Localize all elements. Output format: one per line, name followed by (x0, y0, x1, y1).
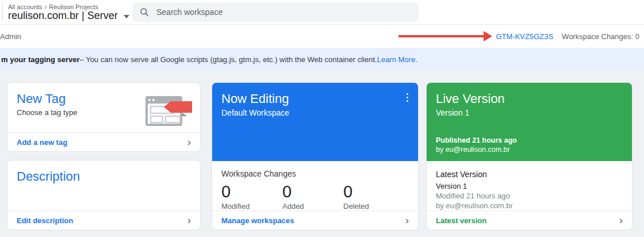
now-editing-card: Now Editing Default Workspace Workspace … (212, 82, 419, 230)
stat-modified-label: Modified (221, 202, 282, 211)
now-editing-subtitle: Default Workspace (221, 108, 289, 117)
tab-bar-right: GTM-KVZ5GZ3S Workspace Changes: 0 (398, 25, 639, 48)
add-new-tag-label: Add a new tag (17, 138, 67, 147)
stat-modified-value: 0 (221, 182, 282, 201)
latest-version-by: by eu@reulison.com.br (436, 201, 623, 211)
latest-version-modified: Modified 21 hours ago (436, 192, 623, 201)
top-header: All accounts › Reulison Projects reuliso… (0, 0, 644, 25)
header-left-divider (2, 3, 3, 21)
workspace-changes-stats: 0 Modified 0 Added 0 Deleted (221, 182, 409, 211)
now-editing-header: Now Editing Default Workspace (212, 83, 418, 161)
now-editing-titles: Now Editing Default Workspace (221, 91, 289, 117)
search-box[interactable] (132, 2, 419, 22)
description-card: Description Edit description › (7, 160, 201, 230)
manage-workspaces-label: Manage workspaces (221, 216, 294, 225)
caret-down-icon (124, 15, 129, 18)
kebab-menu-icon[interactable] (405, 91, 410, 104)
container-switcher[interactable]: reulison.com.br | Server (8, 10, 129, 22)
tab-admin[interactable]: Admin (0, 25, 21, 48)
published-info: Published 21 hours ago by eu@reulison.co… (436, 136, 624, 154)
latest-version-heading: Latest Version (436, 169, 623, 180)
learn-more-link[interactable]: Learn More. (377, 55, 417, 64)
search-icon (139, 7, 150, 17)
manage-workspaces-button[interactable]: Manage workspaces › (212, 211, 418, 230)
container-title[interactable]: reulison.com.br | Server (8, 10, 118, 22)
tab-bar: Admin GTM-KVZ5GZ3S Workspace Changes: 0 (0, 25, 644, 48)
stat-deleted-value: 0 (343, 182, 404, 201)
edit-description-button[interactable]: Edit description › (7, 211, 200, 230)
new-tag-card-body: New Tag Choose a tag type (7, 83, 200, 132)
workspace-overview: New Tag Choose a tag type (0, 71, 644, 237)
latest-version-section: Latest Version Version 1 Modified 21 hou… (427, 161, 632, 211)
now-editing-header-row: Now Editing Default Workspace (221, 91, 410, 117)
live-version-header: Live Version Version 1 Published 21 hour… (427, 83, 632, 161)
add-new-tag-button[interactable]: Add a new tag › (7, 132, 200, 151)
red-arrow-head (484, 31, 492, 41)
chevron-right-icon: › (187, 215, 191, 225)
new-tag-card: New Tag Choose a tag type (7, 82, 201, 152)
search-input[interactable] (156, 7, 412, 17)
red-arrow-shaft (398, 35, 484, 37)
right-column: Live Version Version 1 Published 21 hour… (426, 82, 632, 237)
chevron-right-icon: › (405, 215, 409, 225)
stat-added-value: 0 (282, 182, 343, 201)
gtm-workspace-page: All accounts › Reulison Projects reuliso… (0, 0, 644, 237)
latest-version-label: Latest version (436, 216, 486, 225)
notification-banner: m your tagging server – You can now serv… (0, 48, 644, 71)
stat-added: 0 Added (282, 182, 343, 211)
edit-description-label: Edit description (17, 216, 73, 225)
tag-window-icon (144, 93, 194, 128)
latest-version-button[interactable]: Latest version › (427, 211, 632, 230)
stat-deleted: 0 Deleted (343, 182, 404, 211)
now-editing-title: Now Editing (221, 91, 289, 107)
live-version-card: Live Version Version 1 Published 21 hour… (426, 82, 632, 230)
left-column: New Tag Choose a tag type (7, 82, 201, 237)
live-version-titles: Live Version Version 1 (436, 91, 624, 117)
workspace-changes-section: Workspace Changes 0 Modified 0 Added 0 D (212, 161, 418, 211)
middle-column: Now Editing Default Workspace Workspace … (212, 82, 419, 237)
chevron-right-icon: › (187, 136, 191, 147)
workspace-changes-heading: Workspace Changes (221, 169, 409, 178)
red-arrow-annotation (398, 31, 492, 41)
banner-bold-text: m your tagging server (1, 55, 80, 64)
workspace-changes-label: Workspace Changes: 0 (562, 32, 639, 41)
description-card-body: Description (7, 160, 200, 211)
live-version-subtitle: Version 1 (436, 108, 624, 117)
published-by: by eu@reulison.com.br (436, 145, 624, 154)
description-title: Description (17, 169, 191, 184)
latest-version-name: Version 1 (436, 182, 623, 191)
stat-modified: 0 Modified (221, 182, 282, 211)
banner-text: – You can now serve all Google scripts (… (80, 55, 377, 64)
stat-added-label: Added (282, 202, 343, 211)
published-time: Published 21 hours ago (436, 136, 624, 145)
chevron-right-icon: › (619, 215, 623, 225)
stat-deleted-label: Deleted (343, 202, 404, 211)
container-id-link[interactable]: GTM-KVZ5GZ3S (496, 32, 553, 41)
live-version-title: Live Version (436, 91, 624, 107)
